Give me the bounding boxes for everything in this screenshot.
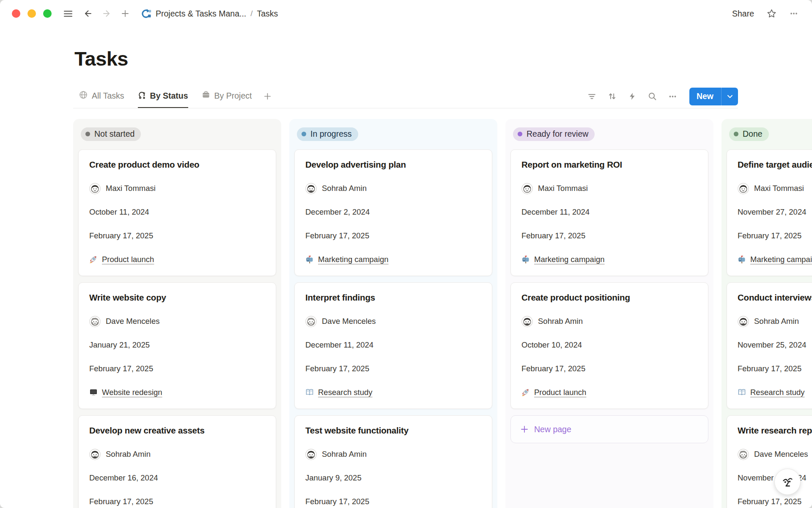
back-icon[interactable] xyxy=(84,9,92,18)
column-header[interactable]: In progress xyxy=(297,127,490,141)
column-header[interactable]: Not started xyxy=(81,127,274,141)
avatar xyxy=(305,316,317,327)
new-tab-icon[interactable] xyxy=(121,9,129,18)
start-date: October 10, 2024 xyxy=(521,339,697,351)
tab-by-status[interactable]: By Status xyxy=(138,85,188,108)
assignee-name: Sohrab Amin xyxy=(322,184,367,193)
task-card[interactable]: Conduct interviews Sohrab Amin November … xyxy=(727,282,812,409)
view-toolbar: New xyxy=(587,88,738,105)
assignee-name: Dave Menceles xyxy=(754,450,808,459)
tab-all-tasks[interactable]: All Tasks xyxy=(79,85,124,108)
card-title: Create product positioning xyxy=(521,292,697,304)
assignee-name: Sohrab Amin xyxy=(754,317,799,326)
task-card[interactable]: Write website copy Dave Menceles January… xyxy=(78,282,276,409)
start-date: November 27, 2024 xyxy=(738,206,812,218)
tab-label: All Tasks xyxy=(92,91,124,101)
task-card[interactable]: Create product positioning Sohrab Amin O… xyxy=(510,282,708,409)
status-dot xyxy=(734,132,738,136)
task-card[interactable]: Write research report Dave Menceles Nove… xyxy=(727,415,812,508)
new-button[interactable]: New xyxy=(689,88,738,105)
task-card[interactable]: Interpret findings Dave Menceles Decembe… xyxy=(294,282,492,409)
avatar xyxy=(89,316,101,327)
tab-by-project[interactable]: By Project xyxy=(202,85,252,108)
project-link[interactable]: Research study xyxy=(305,388,373,397)
view-tabs-bar: All Tasks By Status By Project New xyxy=(73,85,738,108)
project-name: Marketing campaign xyxy=(534,255,605,264)
more-options-icon[interactable] xyxy=(789,9,798,18)
assignee-row: Sohrab Amin xyxy=(305,182,481,194)
due-date: February 17, 2025 xyxy=(305,496,481,508)
start-date: December 11, 2024 xyxy=(521,206,697,218)
avatar xyxy=(738,449,749,460)
rocket-icon xyxy=(521,388,530,397)
favorite-star-icon[interactable] xyxy=(767,9,776,18)
task-card[interactable]: Develop advertising plan Sohrab Amin Dec… xyxy=(294,149,492,276)
assignee-row: Dave Menceles xyxy=(305,315,481,327)
project-link[interactable]: Product launch xyxy=(89,255,154,264)
project-link[interactable]: Product launch xyxy=(521,388,586,397)
task-card[interactable]: Develop new creative assets Sohrab Amin … xyxy=(78,415,276,508)
close-window-button[interactable] xyxy=(12,9,20,18)
add-view-icon[interactable] xyxy=(263,92,272,100)
status-label: Not started xyxy=(94,129,134,139)
zoom-window-button[interactable] xyxy=(43,9,52,18)
start-date: January 9, 2025 xyxy=(305,472,481,484)
lightning-icon[interactable] xyxy=(628,92,636,101)
minimize-window-button[interactable] xyxy=(27,9,36,18)
assignee-row: Dave Menceles xyxy=(738,448,812,460)
avatar xyxy=(521,316,533,327)
due-date: February 17, 2025 xyxy=(89,230,265,242)
project-link[interactable]: Research study xyxy=(738,388,805,397)
breadcrumb-current[interactable]: Tasks xyxy=(257,9,278,19)
task-card[interactable]: Report on marketing ROI Maxi Tommasi Dec… xyxy=(510,149,708,276)
project-name: Marketing campaign xyxy=(318,255,389,264)
start-date: December 16, 2024 xyxy=(89,472,265,484)
status-dot xyxy=(302,132,306,136)
column-not-started: Not started Create product demo video Ma… xyxy=(73,119,281,508)
start-date: December 2, 2024 xyxy=(305,206,481,218)
breadcrumb-root-label: Projects & Tasks Mana... xyxy=(156,9,246,19)
due-date: February 17, 2025 xyxy=(305,230,481,242)
project-link[interactable]: Marketing campaign xyxy=(305,255,389,264)
sidebar-menu-icon[interactable] xyxy=(63,9,73,18)
start-date: January 21, 2025 xyxy=(89,339,265,351)
column-header[interactable]: Done xyxy=(729,127,812,141)
kanban-board: Not started Create product demo video Ma… xyxy=(0,119,812,508)
task-card[interactable]: Define target audience Maxi Tommasi Nove… xyxy=(727,149,812,276)
project-link[interactable]: Marketing campaign xyxy=(521,255,605,264)
breadcrumb-root[interactable]: Projects & Tasks Mana... xyxy=(140,8,246,19)
avatar xyxy=(89,183,101,194)
status-label: Done xyxy=(743,129,763,139)
forward-icon[interactable] xyxy=(102,9,111,18)
assignee-row: Dave Menceles xyxy=(89,315,265,327)
view-more-icon[interactable] xyxy=(668,92,677,101)
due-date: February 17, 2025 xyxy=(521,363,697,375)
card-title: Test website functionality xyxy=(305,425,481,436)
filter-icon[interactable] xyxy=(587,92,596,101)
assignee-row: Maxi Tommasi xyxy=(521,182,697,194)
project-link[interactable]: Website redesign xyxy=(89,388,162,397)
share-button[interactable]: Share xyxy=(732,9,754,19)
notion-window: Projects & Tasks Mana... / Tasks Share T… xyxy=(0,0,812,508)
window-titlebar: Projects & Tasks Mana... / Tasks Share xyxy=(0,0,812,27)
due-date: February 17, 2025 xyxy=(89,363,265,375)
monitor-icon xyxy=(89,388,98,397)
assignee-name: Maxi Tommasi xyxy=(106,184,156,193)
ai-assistant-button[interactable] xyxy=(774,469,801,495)
sort-icon[interactable] xyxy=(608,92,617,101)
task-card[interactable]: Test website functionality Sohrab Amin J… xyxy=(294,415,492,508)
new-page-button[interactable]: New page xyxy=(510,415,708,443)
task-card[interactable]: Create product demo video Maxi Tommasi O… xyxy=(78,149,276,276)
chevron-down-icon[interactable] xyxy=(721,88,738,105)
due-date: February 17, 2025 xyxy=(738,363,812,375)
project-link[interactable]: Marketing campaign xyxy=(738,255,812,264)
globe-icon xyxy=(79,91,88,101)
assignee-name: Dave Menceles xyxy=(322,317,376,326)
search-icon[interactable] xyxy=(648,92,657,101)
start-date: October 11, 2024 xyxy=(89,206,265,218)
card-title: Report on marketing ROI xyxy=(521,159,697,171)
open-book-icon xyxy=(305,388,314,397)
assignee-row: Sohrab Amin xyxy=(738,315,812,327)
column-header[interactable]: Ready for review xyxy=(513,127,706,141)
project-name: Research study xyxy=(750,388,805,397)
